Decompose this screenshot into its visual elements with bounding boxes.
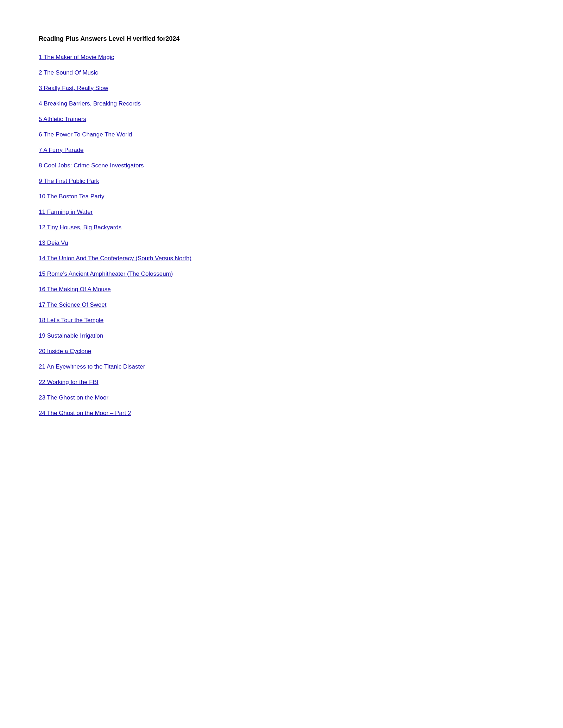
list-item: 2 The Sound Of Music bbox=[39, 69, 278, 76]
link-11[interactable]: 11 Farming in Water bbox=[39, 209, 93, 215]
list-item: 13 Deja Vu bbox=[39, 240, 278, 247]
list-item: 19 Sustainable Irrigation bbox=[39, 332, 278, 339]
list-item: 24 The Ghost on the Moor – Part 2 bbox=[39, 410, 278, 417]
link-19[interactable]: 19 Sustainable Irrigation bbox=[39, 332, 103, 339]
list-item: 18 Let’s Tour the Temple bbox=[39, 317, 278, 324]
list-item: 11 Farming in Water bbox=[39, 209, 278, 216]
link-13[interactable]: 13 Deja Vu bbox=[39, 240, 68, 246]
link-24[interactable]: 24 The Ghost on the Moor – Part 2 bbox=[39, 410, 131, 416]
link-1[interactable]: 1 The Maker of Movie Magic bbox=[39, 54, 114, 60]
link-20[interactable]: 20 Inside a Cyclone bbox=[39, 348, 91, 355]
link-3[interactable]: 3 Really Fast, Really Slow bbox=[39, 85, 108, 91]
list-item: 17 The Science Of Sweet bbox=[39, 301, 278, 308]
list-item: 1 The Maker of Movie Magic bbox=[39, 54, 278, 61]
list-item: 4 Breaking Barriers, Breaking Records bbox=[39, 100, 278, 107]
link-18[interactable]: 18 Let’s Tour the Temple bbox=[39, 317, 103, 324]
link-4[interactable]: 4 Breaking Barriers, Breaking Records bbox=[39, 100, 141, 107]
link-10[interactable]: 10 The Boston Tea Party bbox=[39, 193, 105, 200]
list-item: 14 The Union And The Confederacy (South … bbox=[39, 255, 278, 262]
list-item: 9 The First Public Park bbox=[39, 178, 278, 185]
list-item: 3 Really Fast, Really Slow bbox=[39, 85, 278, 92]
link-8[interactable]: 8 Cool Jobs: Crime Scene Investigators bbox=[39, 162, 144, 169]
link-2[interactable]: 2 The Sound Of Music bbox=[39, 69, 98, 76]
list-item: 21 An Eyewitness to the Titanic Disaster bbox=[39, 363, 278, 370]
list-item: 6 The Power To Change The World bbox=[39, 131, 278, 138]
list-item: 15 Rome’s Ancient Amphitheater (The Colo… bbox=[39, 270, 278, 277]
link-21[interactable]: 21 An Eyewitness to the Titanic Disaster bbox=[39, 363, 145, 370]
link-17[interactable]: 17 The Science Of Sweet bbox=[39, 301, 106, 308]
link-5[interactable]: 5 Athletic Trainers bbox=[39, 116, 86, 122]
list-item: 12 Tiny Houses, Big Backyards bbox=[39, 224, 278, 231]
list-item: 23 The Ghost on the Moor bbox=[39, 394, 278, 401]
link-15[interactable]: 15 Rome’s Ancient Amphitheater (The Colo… bbox=[39, 270, 173, 277]
link-list: 1 The Maker of Movie Magic2 The Sound Of… bbox=[39, 54, 278, 417]
link-12[interactable]: 12 Tiny Houses, Big Backyards bbox=[39, 224, 121, 231]
list-item: 8 Cool Jobs: Crime Scene Investigators bbox=[39, 162, 278, 169]
page-container: Reading Plus Answers Level H verified fo… bbox=[0, 0, 317, 460]
link-14[interactable]: 14 The Union And The Confederacy (South … bbox=[39, 255, 191, 262]
list-item: 16 The Making Of A Mouse bbox=[39, 286, 278, 293]
link-9[interactable]: 9 The First Public Park bbox=[39, 178, 99, 184]
link-16[interactable]: 16 The Making Of A Mouse bbox=[39, 286, 111, 293]
list-item: 7 A Furry Parade bbox=[39, 147, 278, 154]
list-item: 20 Inside a Cyclone bbox=[39, 348, 278, 355]
link-6[interactable]: 6 The Power To Change The World bbox=[39, 131, 132, 138]
list-item: 10 The Boston Tea Party bbox=[39, 193, 278, 200]
link-23[interactable]: 23 The Ghost on the Moor bbox=[39, 394, 108, 401]
list-item: 5 Athletic Trainers bbox=[39, 116, 278, 123]
link-7[interactable]: 7 A Furry Parade bbox=[39, 147, 84, 153]
page-title: Reading Plus Answers Level H verified fo… bbox=[39, 35, 278, 43]
list-item: 22 Working for the FBI bbox=[39, 379, 278, 386]
link-22[interactable]: 22 Working for the FBI bbox=[39, 379, 99, 385]
